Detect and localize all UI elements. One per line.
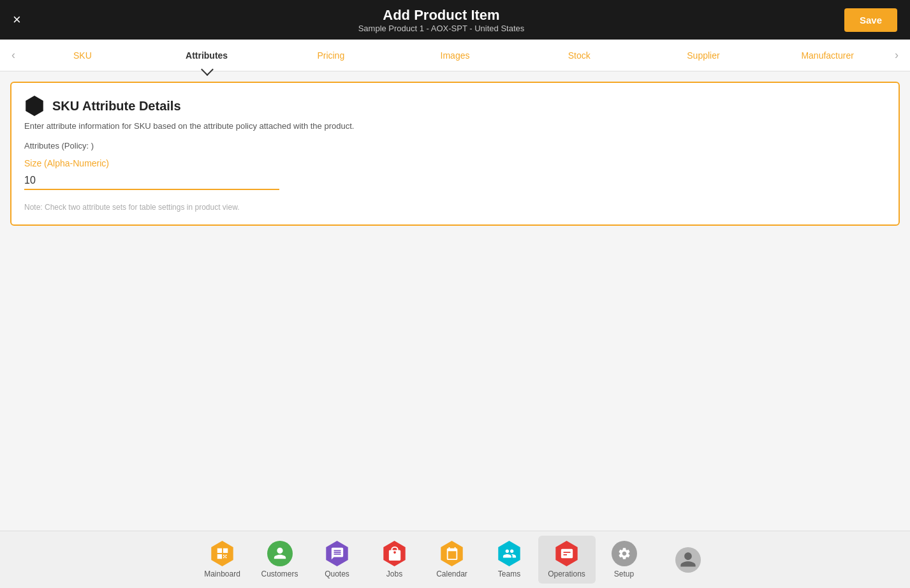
nav-item-quotes[interactable]: Quotes bbox=[309, 536, 366, 584]
jobs-label: Jobs bbox=[386, 570, 402, 578]
page-title: Add Product Item bbox=[38, 7, 844, 24]
card-header: SKU Attribute Details bbox=[24, 96, 886, 116]
nav-item-avatar[interactable] bbox=[659, 542, 717, 578]
size-attribute-label: Size (Alpha-Numeric) bbox=[24, 158, 886, 168]
tab-manufacturer[interactable]: Manufacturer bbox=[765, 41, 890, 70]
header: × Add Product Item Sample Product 1 - AO… bbox=[0, 0, 910, 40]
card-description: Enter attribute information for SKU base… bbox=[24, 121, 886, 131]
jobs-icon bbox=[382, 541, 407, 566]
quotes-icon bbox=[325, 541, 350, 566]
sku-attribute-card: SKU Attribute Details Enter attribute in… bbox=[10, 82, 900, 226]
card-note: Note: Check two attribute sets for table… bbox=[24, 203, 886, 212]
main-content: SKU Attribute Details Enter attribute in… bbox=[0, 71, 910, 531]
nav-next-arrow[interactable]: › bbox=[890, 48, 904, 62]
card-title: SKU Attribute Details bbox=[52, 99, 181, 114]
mainboard-icon bbox=[210, 541, 235, 566]
operations-icon bbox=[554, 541, 580, 566]
hexagon-icon bbox=[24, 96, 45, 116]
size-input[interactable] bbox=[24, 172, 279, 190]
setup-icon bbox=[612, 541, 637, 566]
tab-stock[interactable]: Stock bbox=[517, 41, 642, 70]
teams-label: Teams bbox=[498, 570, 520, 578]
setup-label: Setup bbox=[614, 570, 634, 578]
calendar-icon bbox=[439, 541, 465, 566]
bottom-nav: Mainboard Customers Quotes Jobs Calendar… bbox=[0, 531, 910, 588]
nav-item-jobs[interactable]: Jobs bbox=[366, 536, 423, 584]
page-subtitle: Sample Product 1 - AOX-SPT - United Stat… bbox=[38, 24, 844, 33]
teams-icon bbox=[497, 541, 522, 566]
customers-icon bbox=[267, 541, 293, 566]
nav-item-calendar[interactable]: Calendar bbox=[423, 536, 481, 584]
nav-item-setup[interactable]: Setup bbox=[596, 536, 653, 584]
save-button[interactable]: Save bbox=[844, 8, 897, 32]
calendar-label: Calendar bbox=[436, 570, 467, 578]
nav-item-operations[interactable]: Operations bbox=[538, 536, 596, 584]
header-title-block: Add Product Item Sample Product 1 - AOX-… bbox=[38, 7, 844, 33]
nav-item-customers[interactable]: Customers bbox=[251, 536, 309, 584]
customers-label: Customers bbox=[261, 570, 298, 578]
user-avatar bbox=[675, 547, 701, 573]
nav-item-teams[interactable]: Teams bbox=[481, 536, 538, 584]
nav-item-mainboard[interactable]: Mainboard bbox=[194, 536, 251, 584]
quotes-label: Quotes bbox=[325, 570, 349, 578]
attributes-policy-label: Attributes (Policy: ) bbox=[24, 141, 886, 151]
tab-supplier[interactable]: Supplier bbox=[642, 41, 766, 70]
close-button[interactable]: × bbox=[13, 11, 38, 28]
tab-attributes[interactable]: Attributes bbox=[145, 41, 269, 70]
tab-sku[interactable]: SKU bbox=[20, 41, 145, 70]
nav-tabs: ‹ SKU Attributes Pricing Images Stock Su… bbox=[0, 40, 910, 71]
mainboard-label: Mainboard bbox=[204, 570, 240, 578]
tab-images[interactable]: Images bbox=[393, 41, 517, 70]
tab-pricing[interactable]: Pricing bbox=[268, 41, 393, 70]
nav-prev-arrow[interactable]: ‹ bbox=[6, 48, 20, 62]
operations-label: Operations bbox=[548, 570, 585, 578]
